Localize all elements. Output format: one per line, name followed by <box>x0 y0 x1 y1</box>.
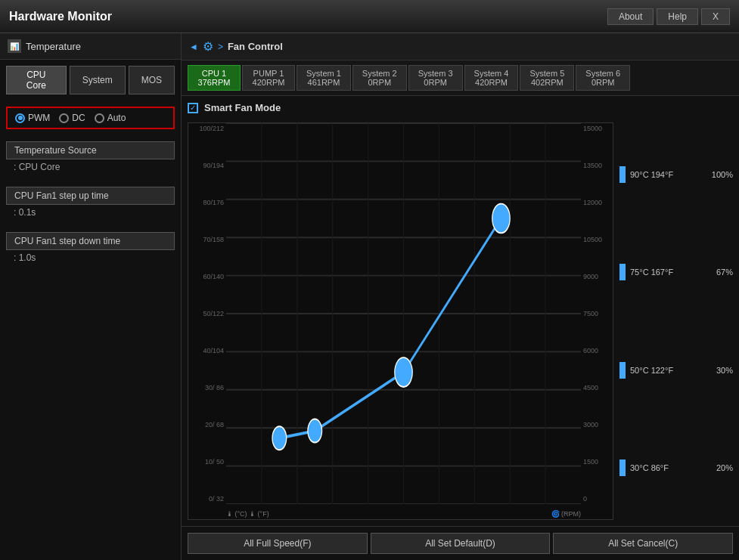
title-bar: Hardware Monitor About Help X <box>0 0 739 33</box>
fan-tab-cpu-1[interactable]: CPU 1376RPM <box>188 65 241 91</box>
step-up-block: CPU Fan1 step up time : 0.1s <box>6 187 175 220</box>
legend-bar <box>619 264 626 280</box>
legend-temp: 30°C 86°F <box>630 463 701 472</box>
fan-tab-system-6[interactable]: System 60RPM <box>576 65 630 91</box>
svg-point-22 <box>395 357 412 387</box>
fan-tab-system-2[interactable]: System 20RPM <box>352 65 407 91</box>
mode-selector: PWM DC Auto <box>6 107 175 129</box>
dc-label: DC <box>72 113 85 123</box>
svg-point-23 <box>492 204 510 234</box>
legend-pct: 30% <box>706 366 733 375</box>
temp-source-value: : CPU Core <box>6 159 175 175</box>
help-button[interactable]: Help <box>657 8 698 25</box>
chart-legend: 90°C 194°F100%75°C 167°F67%50°C 122°F30%… <box>619 122 733 520</box>
control-button-all-set-cancel-c-[interactable]: All Set Cancel(C) <box>553 533 733 554</box>
legend-bar <box>619 362 626 379</box>
legend-temp: 50°C 122°F <box>630 366 701 375</box>
nav-separator: > <box>218 42 223 52</box>
smart-fan-header: ✓ Smart Fan Mode <box>188 102 733 113</box>
legend-temp: 90°C 194°F <box>630 170 701 179</box>
fan-tab-system-3[interactable]: System 30RPM <box>408 65 463 91</box>
pwm-radio[interactable] <box>15 113 25 123</box>
temperature-section-header: 📊 Temperature <box>0 33 181 60</box>
legend-item: 30°C 86°F20% <box>619 459 733 476</box>
pwm-option[interactable]: PWM <box>15 113 50 123</box>
tab-cpu-core[interactable]: CPU Core <box>6 66 67 94</box>
step-up-button[interactable]: CPU Fan1 step up time <box>6 187 175 205</box>
step-down-block: CPU Fan1 step down time : 1.0s <box>6 232 175 265</box>
chart-and-legend: 100/212 90/194 80/176 70/158 60/140 50/1… <box>188 122 733 520</box>
nav-arrow: ◄ <box>189 42 198 52</box>
about-button[interactable]: About <box>607 8 654 25</box>
tab-mos[interactable]: MOS <box>129 66 175 94</box>
step-up-value: : 0.1s <box>6 205 175 220</box>
y-axis-right: 15000 13500 12000 10500 9000 7500 6000 4… <box>581 123 613 504</box>
legend-item: 50°C 122°F30% <box>619 362 733 379</box>
main-content: 📊 Temperature CPU Core System MOS PWM DC… <box>0 33 739 560</box>
legend-item: 90°C 194°F100% <box>619 166 733 183</box>
control-button-all-full-speed-f-[interactable]: All Full Speed(F) <box>188 533 368 554</box>
legend-bar <box>619 166 626 183</box>
app-title: Hardware Monitor <box>9 10 112 23</box>
left-panel: 📊 Temperature CPU Core System MOS PWM DC… <box>0 33 182 560</box>
temperature-label: Temperature <box>26 41 81 52</box>
svg-point-20 <box>272 426 287 450</box>
fan-tab-system-5[interactable]: System 5402RPM <box>520 65 574 91</box>
step-down-button[interactable]: CPU Fan1 step down time <box>6 232 175 250</box>
fan-icon: ⚙ <box>203 39 213 54</box>
fan-control-title: Fan Control <box>228 41 283 52</box>
pwm-radio-dot <box>18 116 23 120</box>
temp-source-button[interactable]: Temperature Source <box>6 141 175 159</box>
auto-option[interactable]: Auto <box>95 113 126 123</box>
fan-control-header: ◄ ⚙ > Fan Control <box>182 33 739 60</box>
title-buttons: About Help X <box>607 8 730 25</box>
temperature-icon: 📊 <box>8 39 21 53</box>
control-button-all-set-default-d-[interactable]: All Set Default(D) <box>371 533 551 554</box>
step-down-value: : 1.0s <box>6 250 175 265</box>
temperature-tabs: CPU Core System MOS <box>0 60 181 101</box>
auto-radio[interactable] <box>95 113 104 123</box>
smart-fan-checkbox[interactable]: ✓ <box>188 103 198 113</box>
fan-chart: 100/212 90/194 80/176 70/158 60/140 50/1… <box>188 122 613 520</box>
pwm-label: PWM <box>28 113 50 123</box>
temp-source-block: Temperature Source : CPU Core <box>6 141 175 175</box>
fan-tabs: CPU 1376RPMPUMP 1420RPMSystem 1461RPMSys… <box>182 60 739 96</box>
bottom-controls: All Full Speed(F)All Set Default(D)All S… <box>182 526 739 560</box>
smart-fan-label: Smart Fan Mode <box>204 102 281 113</box>
fan-tab-system-4[interactable]: System 4420RPM <box>464 65 519 91</box>
chart-svg <box>226 123 581 504</box>
dc-radio[interactable] <box>59 113 69 123</box>
close-button[interactable]: X <box>701 8 730 25</box>
legend-bar <box>619 459 626 476</box>
y-axis-left: 100/212 90/194 80/176 70/158 60/140 50/1… <box>188 123 226 504</box>
legend-pct: 100% <box>706 170 733 179</box>
auto-label: Auto <box>107 113 126 123</box>
tab-system[interactable]: System <box>70 66 126 94</box>
legend-temp: 75°C 167°F <box>630 268 701 277</box>
svg-point-21 <box>308 419 322 443</box>
right-panel: ◄ ⚙ > Fan Control CPU 1376RPMPUMP 1420RP… <box>182 33 739 560</box>
chart-section: ✓ Smart Fan Mode 100/212 90/194 80/176 7… <box>182 96 739 526</box>
fan-tab-system-1[interactable]: System 1461RPM <box>297 65 351 91</box>
x-axis-labels: 🌡 (°C) 🌡 (°F) 🌀 (RPM) <box>226 510 581 518</box>
dc-option[interactable]: DC <box>59 113 85 123</box>
fan-tab-pump-1[interactable]: PUMP 1420RPM <box>242 65 295 91</box>
legend-pct: 20% <box>706 463 733 472</box>
legend-pct: 67% <box>706 268 733 277</box>
legend-item: 75°C 167°F67% <box>619 264 733 280</box>
